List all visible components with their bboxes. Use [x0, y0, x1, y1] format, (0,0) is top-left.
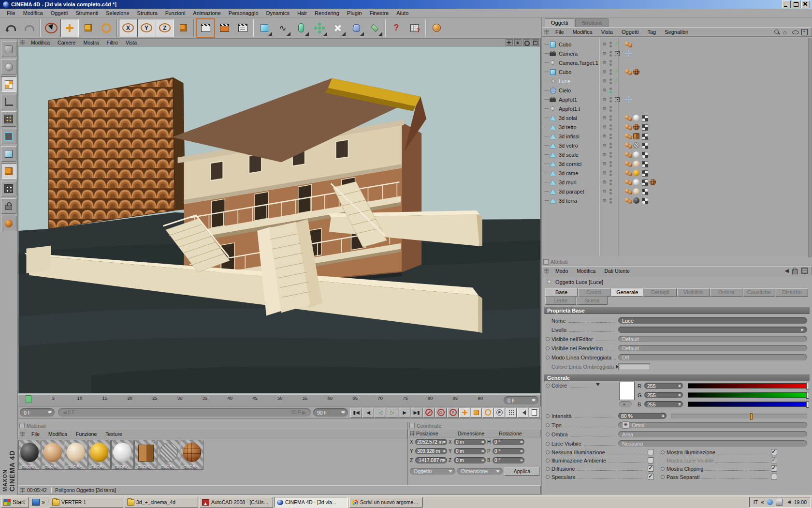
- attribute-field[interactable]: [618, 327, 807, 333]
- menu-item[interactable]: Oggetti: [47, 10, 72, 16]
- enable-check-icon[interactable]: [613, 151, 621, 158]
- checkbox[interactable]: [648, 465, 654, 472]
- menu-item[interactable]: Rendering: [311, 10, 343, 16]
- menu-item[interactable]: Dynamics: [262, 10, 293, 16]
- enable-check-icon[interactable]: [613, 69, 621, 75]
- attribute-tab[interactable]: Base: [545, 288, 578, 297]
- object-name[interactable]: 3d cornici: [559, 161, 600, 167]
- add-scene-object-icon[interactable]: [365, 19, 384, 37]
- attributes-menu-item[interactable]: Dati Utente: [600, 268, 634, 274]
- view-maximize-icon[interactable]: [532, 39, 539, 46]
- checkbox[interactable]: [771, 457, 777, 463]
- content-browser-icon[interactable]: [406, 19, 424, 37]
- render-visibility-dot[interactable]: [609, 73, 612, 75]
- editor-visibility-dot[interactable]: [609, 152, 612, 154]
- render-visibility-dot[interactable]: [609, 155, 612, 158]
- object-tag[interactable]: [633, 142, 640, 149]
- attribute-tab[interactable]: Lente: [545, 297, 576, 305]
- visible-light-dropdown[interactable]: Nessuno: [618, 440, 807, 447]
- layer-dot[interactable]: [603, 52, 606, 55]
- shadow-dropdown[interactable]: Area: [618, 431, 807, 437]
- layer-dot[interactable]: [603, 89, 606, 92]
- language-indicator[interactable]: IT: [754, 499, 758, 505]
- material-swatch[interactable]: *GLOBA: [42, 440, 64, 470]
- menu-item[interactable]: Hair: [293, 10, 311, 16]
- rotation-field[interactable]: 0 °: [493, 448, 524, 454]
- enable-check-icon[interactable]: [613, 87, 621, 93]
- layer-dot[interactable]: [603, 70, 606, 74]
- add-nurbs-icon[interactable]: [292, 19, 310, 37]
- render-visibility-dot[interactable]: [609, 54, 612, 57]
- texture-mode-icon[interactable]: [1, 76, 16, 92]
- render-visibility-dot[interactable]: [609, 192, 612, 194]
- menu-item[interactable]: Funzioni: [161, 10, 189, 16]
- rotation-field[interactable]: 0 °: [493, 439, 524, 445]
- next-frame-button[interactable]: ▶: [399, 408, 410, 418]
- object-tag[interactable]: [641, 124, 649, 131]
- editor-visibility-dot[interactable]: [609, 115, 612, 118]
- search-icon[interactable]: [774, 29, 780, 35]
- add-layer-icon[interactable]: [801, 29, 808, 35]
- object-row[interactable]: 3d solai: [542, 113, 812, 122]
- range-end-field[interactable]: 90 F: [313, 408, 348, 417]
- attributes-menu-item[interactable]: Modifica: [572, 268, 600, 274]
- render-visibility-dot[interactable]: [609, 91, 612, 93]
- quicklaunch-overflow[interactable]: »: [42, 499, 45, 506]
- layer-dot[interactable]: [603, 107, 606, 110]
- object-name[interactable]: 3d solai: [559, 115, 600, 121]
- object-manager-tab[interactable]: Struttura: [575, 18, 608, 27]
- param-dot[interactable]: [546, 423, 550, 427]
- enable-check-icon[interactable]: [613, 78, 621, 84]
- enable-check-icon[interactable]: [613, 188, 621, 194]
- object-name[interactable]: Luce: [559, 78, 600, 84]
- menu-item[interactable]: Plugin: [343, 10, 366, 16]
- enable-check-icon[interactable]: [613, 50, 621, 57]
- material-swatch[interactable]: *GLOBA: [111, 440, 134, 470]
- enable-check-icon[interactable]: [613, 124, 621, 130]
- panel-menu-icon[interactable]: [409, 423, 415, 428]
- dimension-field[interactable]: 0 m: [454, 439, 486, 445]
- object-manager-menu-item[interactable]: Vista: [597, 29, 617, 35]
- object-tag[interactable]: [641, 115, 649, 121]
- attribute-field[interactable]: Default: [618, 336, 807, 342]
- object-name[interactable]: 3d vetro: [559, 143, 600, 149]
- range-start-field[interactable]: 0 F: [20, 408, 55, 417]
- panel-menu-icon[interactable]: [19, 423, 25, 428]
- editor-visibility-dot[interactable]: [609, 134, 612, 136]
- attribute-tab[interactable]: Disturbo: [776, 288, 808, 297]
- key-pla-toggle[interactable]: [506, 408, 517, 418]
- taskbar-task[interactable]: AutoCAD 2008 - [C:\Use...: [200, 497, 273, 508]
- viewport-3d[interactable]: [18, 46, 541, 394]
- tray-display-icon[interactable]: [776, 499, 783, 506]
- view-zoom-icon[interactable]: [514, 39, 522, 46]
- materials-menu-item[interactable]: Texture: [101, 431, 126, 437]
- object-tag[interactable]: [633, 179, 640, 186]
- object-name[interactable]: Appfot1.t: [559, 106, 600, 112]
- viewport-menu-item[interactable]: Filtro: [103, 40, 122, 45]
- section-header-base[interactable]: Proprietà Base: [544, 307, 810, 314]
- position-field[interactable]: 309.928 m: [415, 448, 447, 454]
- checkbox[interactable]: [771, 465, 777, 472]
- editor-visibility-dot[interactable]: [609, 161, 612, 164]
- visibility-filter-icon[interactable]: [792, 29, 798, 35]
- object-name[interactable]: Cubo: [559, 69, 600, 75]
- object-name[interactable]: 3d muri: [559, 179, 600, 185]
- start-button[interactable]: Start: [1, 497, 29, 508]
- object-row[interactable]: 3d muri: [542, 178, 812, 187]
- color-gradient-slider[interactable]: [688, 402, 809, 407]
- tray-volume-icon[interactable]: [785, 499, 791, 505]
- render-visibility-dot[interactable]: [609, 100, 612, 103]
- editor-visibility-dot[interactable]: [609, 88, 612, 90]
- object-tag[interactable]: [633, 151, 640, 158]
- layer-dot[interactable]: [603, 162, 606, 165]
- material-swatch[interactable]: *GLOBA: [88, 440, 111, 470]
- key-parameter-toggle[interactable]: P: [494, 408, 505, 418]
- rotate-icon[interactable]: [97, 19, 116, 37]
- snap-settings-icon[interactable]: [1, 181, 16, 196]
- collapse-arrow-icon[interactable]: [596, 383, 600, 388]
- add-deformer-icon[interactable]: [347, 19, 365, 37]
- menu-item[interactable]: Selezione: [102, 10, 133, 16]
- render-view-icon[interactable]: [196, 18, 215, 38]
- menu-item[interactable]: Finestre: [365, 10, 392, 16]
- coordinate-system-icon[interactable]: [174, 19, 192, 37]
